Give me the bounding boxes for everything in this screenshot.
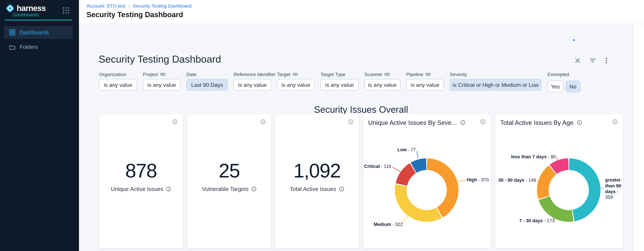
filter-label: Target [277,72,290,77]
filter-label: Scanner [364,72,382,77]
link-icon [425,72,431,76]
stat-label: Total Active Issues [290,186,336,192]
dashboard-title: Security Testing Dashboard [99,53,221,65]
filter-exempted: Exempted Yes No [548,71,580,92]
sidebar-nav: Dashboards Folders [4,26,73,55]
close-icon[interactable] [574,57,582,64]
age-donut-chart[interactable] [537,158,600,222]
filter-target-type-value[interactable]: is any value [320,79,358,91]
info-icon[interactable] [339,186,344,192]
sidebar: harness Dashboards Dashboards [0,0,79,251]
globe-icon [172,119,178,125]
globe-icon [612,119,618,125]
breadcrumb-dashboard-link[interactable]: Security Testing Dashboard [133,3,192,8]
chevron-right-icon: › [128,3,130,8]
link-icon [292,72,298,76]
filter-project: Project is any value [143,71,180,92]
page-title: Security Testing Dashboard [86,10,183,19]
filter-pipeline: Pipeline is any value [406,71,444,92]
section-title: Security Issues Overall [99,104,623,115]
filter-reference-identifier: Reference Identifier is any value [234,71,271,92]
filter-organization-value[interactable]: is any value [99,79,137,91]
slice-label-7-30-days: 7 - 30 days - 173 [519,218,554,223]
filter-target: Target is any value [277,71,314,92]
slice-label-greater-than-90-days: greater than 90 days - 359 [605,177,625,200]
brand-wordmark: harness [17,4,46,13]
card-total-active-issues-by-age: Total Active Issues By Age less than 7 d… [495,114,623,249]
link-icon [384,72,390,76]
filter-date-value[interactable]: Last 90 Days [186,79,228,91]
filter-label: Organization [99,72,126,77]
card-total-active-issues: 1,092 Total Active Issues [275,114,359,249]
info-icon[interactable] [577,120,582,125]
severity-donut-chart[interactable] [395,158,458,222]
filter-label: Target Type [320,72,346,77]
stat-value: 878 [99,161,183,181]
filter-severity-value[interactable]: is Critical or High or Medium or Low [450,79,542,91]
top-header: Account: STO test › Security Testing Das… [79,0,644,24]
breadcrumb-account-link[interactable]: Account: STO test [86,3,126,8]
slice-label-30-90-days: 30 - 90 days - 146 [498,178,536,183]
info-icon[interactable] [460,120,466,125]
filter-icon[interactable] [589,57,596,64]
globe-icon [348,119,354,125]
filter-pipeline-value[interactable]: is any value [406,79,444,91]
cursor-dot [573,39,575,41]
stat-value: 25 [187,161,271,181]
globe-icon [260,119,266,125]
stat-label: Vulnerable Targets [202,186,248,192]
slice-label-low: Low - 77 [398,147,416,152]
filter-severity: Severity is Critical or High or Medium o… [450,71,542,92]
filter-date: Date Last 90 Days [186,71,228,92]
chart-title: Total Active Issues By Age [500,119,574,126]
sidebar-item-label: Dashboards [20,29,49,35]
folder-icon [9,44,16,50]
slice-label-critical: Critical - 116 [364,164,391,169]
filter-target-value[interactable]: is any value [277,79,314,91]
filter-label: Exempted [548,72,569,77]
sidebar-accent-rule [4,20,72,20]
app-switcher-grid-icon[interactable] [62,7,70,14]
filter-label: Severity [450,72,467,77]
app-window: harness Dashboards Dashboards [0,0,644,251]
filter-label: Pipeline [406,72,423,77]
filter-scanner: Scanner is any value [364,71,400,92]
exempted-no-button[interactable]: No [566,81,580,92]
breadcrumb: Account: STO test › Security Testing Das… [86,3,192,8]
filter-project-value[interactable]: is any value [143,79,180,91]
filter-scanner-value[interactable]: is any value [364,79,400,91]
info-icon[interactable] [251,186,256,192]
slice-label-less-than-7-days: less than 7 days - 80 [511,154,556,159]
slice-label-high: High - 370 [467,177,489,182]
slice-label-medium: Medium - 322 [374,222,403,227]
filter-label: Date [186,72,196,77]
exempted-yes-button[interactable]: Yes [548,81,563,92]
stat-label: Unique Active Issues [111,186,163,192]
card-unique-active-issues: 878 Unique Active Issues [99,114,183,249]
filter-reference-identifier-value[interactable]: is any value [234,79,271,91]
donut-hole [549,170,589,210]
sidebar-item-dashboards[interactable]: Dashboards [4,26,73,39]
donut-hole [407,170,447,210]
link-icon [160,72,165,76]
filter-organization: Organization is any value [99,71,137,92]
info-icon[interactable] [166,186,171,192]
stat-value: 1,092 [275,161,359,181]
dashboard-panel: Security Testing Dashboard Organization … [79,24,633,251]
dashboards-icon [9,29,16,35]
sidebar-item-folders[interactable]: Folders [4,40,73,53]
filter-label: Reference Identifier [234,72,276,77]
filter-label: Project [143,72,158,77]
kebab-menu-icon[interactable] [602,57,610,64]
card-vulnerable-targets: 25 Vulnerable Targets [187,114,271,249]
filter-target-type: Target Type is any value [320,71,358,92]
filter-bar: Organization is any value Project is any… [99,71,580,92]
globe-icon [480,119,486,125]
card-unique-active-issues-by-severity: Unique Active Issues By Seve... Low - 77 [363,114,491,249]
chart-title: Unique Active Issues By Seve... [368,119,457,126]
module-label: Dashboards [13,12,39,17]
scroll-gutter[interactable] [633,24,644,251]
sidebar-item-label: Folders [20,44,38,50]
